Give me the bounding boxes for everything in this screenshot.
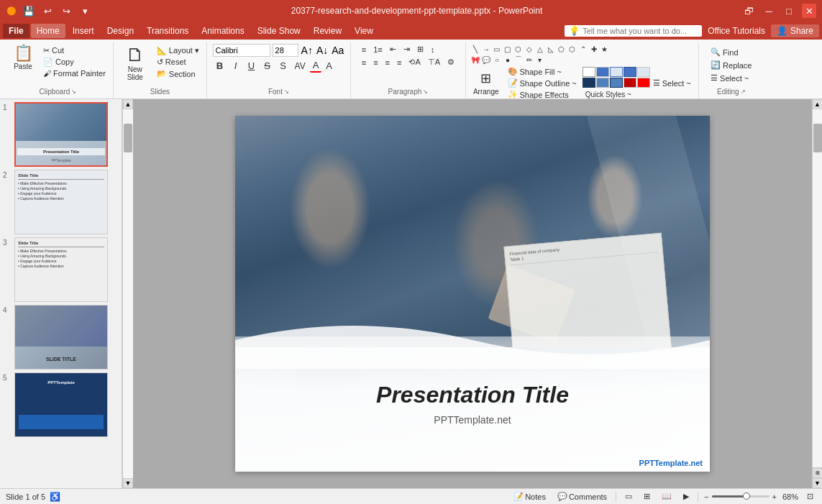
align-left-button[interactable]: ≡ — [359, 58, 369, 68]
decrease-font-button[interactable]: A↓ — [316, 44, 329, 57]
shape-arc[interactable]: ⌒ — [513, 55, 524, 65]
arrange-button[interactable]: ⊞ Arrange — [470, 69, 502, 97]
fit-slide-button[interactable]: ⊡ — [804, 491, 816, 502]
qs-4[interactable] — [624, 67, 636, 77]
new-slide-button[interactable]: 🗋 NewSlide — [118, 44, 152, 83]
section-button[interactable]: 📂 Section — [154, 68, 202, 79]
share-button[interactable]: 👤 Share — [771, 24, 819, 37]
slide-thumb-2[interactable]: 2 Slide Title • Make Effective Presentat… — [3, 170, 119, 234]
qs-7[interactable] — [596, 78, 609, 88]
zoom-bar[interactable] — [712, 495, 770, 498]
minimize-button[interactable]: ─ — [762, 4, 776, 18]
paste-button[interactable]: 📋 Paste — [7, 44, 39, 72]
right-scroll-up[interactable]: ▲ — [813, 99, 823, 109]
cut-button[interactable]: ✂ Cut — [40, 45, 109, 56]
paragraph-expand-icon[interactable]: ↘ — [423, 88, 428, 95]
transitions-menu[interactable]: Transitions — [141, 24, 194, 38]
editing-expand-icon[interactable]: ↗ — [741, 88, 746, 95]
animations-menu[interactable]: Animations — [196, 24, 250, 38]
bold-button[interactable]: B — [213, 60, 227, 72]
justify-button[interactable]: ≡ — [394, 58, 404, 68]
maximize-button[interactable]: □ — [782, 4, 796, 18]
smartart-button[interactable]: ⚙ — [444, 57, 457, 68]
columns-button[interactable]: ⊞ — [414, 44, 426, 55]
file-menu[interactable]: File — [3, 24, 29, 38]
scroll-down-button[interactable]: ▼ — [123, 478, 133, 488]
insert-menu[interactable]: Insert — [67, 24, 100, 38]
zoom-handle[interactable] — [743, 492, 750, 500]
shape-triangle[interactable]: △ — [535, 44, 545, 54]
clipboard-expand-icon[interactable]: ↘ — [71, 88, 76, 95]
shape-arrow[interactable]: → — [481, 44, 491, 54]
undo-button[interactable]: ↩ — [40, 4, 55, 18]
notes-button[interactable]: 📝 Notes — [511, 491, 549, 502]
slide-thumb-5[interactable]: 5 PPTTemplate — [3, 372, 119, 437]
shape-ribbon[interactable]: 🎀 — [470, 55, 480, 65]
design-menu[interactable]: Design — [101, 24, 140, 38]
shape-pentagon[interactable]: ⬠ — [557, 44, 567, 54]
shape-rrect[interactable]: ▢ — [503, 44, 513, 54]
slide-sorter-button[interactable]: ⊞ — [641, 491, 653, 502]
slide-thumb-3[interactable]: 3 Slide Title • Make Effective Presentat… — [3, 237, 119, 302]
align-right-button[interactable]: ≡ — [383, 58, 393, 68]
underline-button[interactable]: U — [245, 60, 259, 72]
slide-img-2[interactable]: Slide Title • Make Effective Presentatio… — [14, 170, 108, 234]
right-scroll-thumb[interactable] — [813, 124, 822, 152]
increase-font-button[interactable]: A↑ — [301, 44, 314, 57]
comments-button[interactable]: 💬 Comments — [554, 491, 610, 502]
save-button[interactable]: 💾 — [22, 4, 36, 18]
restore-window-button[interactable]: 🗗 — [741, 4, 756, 18]
qs-2[interactable] — [596, 67, 609, 77]
scroll-thumb[interactable] — [124, 124, 132, 152]
center-button[interactable]: ≡ — [370, 58, 380, 68]
shape-circle[interactable]: ● — [503, 55, 513, 65]
right-scroll-track[interactable] — [813, 109, 823, 467]
increase-indent-button[interactable]: ⇥ — [401, 44, 413, 55]
char-spacing-button[interactable]: AV — [292, 60, 309, 72]
shape-rect[interactable]: ▭ — [492, 44, 502, 54]
right-scroll-down[interactable]: ▼ — [813, 478, 823, 488]
shape-callout[interactable]: 💬 — [481, 55, 491, 65]
slideshow-button[interactable]: ▶ — [680, 491, 692, 502]
quick-styles-button[interactable]: Quick Styles ~ — [583, 90, 647, 99]
shape-outline-button[interactable]: 📝 Shape Outline ~ — [505, 78, 580, 88]
zoom-in-button[interactable]: + — [772, 492, 777, 501]
reset-button[interactable]: ↺ Reset — [154, 57, 202, 68]
zoom-out-button[interactable]: − — [704, 492, 708, 501]
close-button[interactable]: ✕ — [802, 4, 816, 18]
align-text-button[interactable]: ⊤A — [425, 57, 443, 68]
qs-10[interactable] — [637, 78, 650, 88]
qs-6[interactable] — [583, 78, 595, 88]
shape-snip[interactable]: ⬡ — [513, 44, 524, 54]
qs-9[interactable] — [624, 78, 636, 88]
shape-line[interactable]: ╲ — [470, 44, 480, 54]
reading-view-button[interactable]: 📖 — [659, 491, 675, 502]
shape-chevron[interactable]: ⌃ — [578, 44, 588, 54]
office-tutorials-link[interactable]: Office Tutorials — [708, 26, 765, 36]
qs-8[interactable] — [610, 78, 623, 88]
view-menu[interactable]: View — [349, 24, 379, 38]
shape-diamond[interactable]: ◇ — [524, 44, 534, 54]
scroll-track[interactable] — [123, 109, 133, 478]
qs-5[interactable] — [637, 67, 650, 77]
shape-effects-button[interactable]: ✨ Shape Effects — [505, 89, 580, 100]
font-size-input[interactable] — [273, 44, 298, 57]
zoom-slider[interactable]: − + — [704, 492, 777, 501]
decrease-indent-button[interactable]: ⇤ — [387, 44, 399, 55]
customize-qat-button[interactable]: ▾ — [78, 4, 92, 18]
qs-3[interactable] — [610, 67, 623, 77]
text-direction-button[interactable]: ⟲A — [406, 57, 423, 68]
text-shadow-button[interactable]: S — [276, 60, 291, 72]
slide-img-5[interactable]: PPTTemplate — [14, 372, 108, 437]
shape-freeform[interactable]: ✏ — [524, 55, 534, 65]
italic-button[interactable]: I — [229, 60, 243, 72]
scroll-up-button[interactable]: ▲ — [123, 99, 133, 109]
layout-button[interactable]: 📐 Layout ▾ — [154, 45, 202, 56]
shape-fill-button[interactable]: 🎨 Shape Fill ~ — [505, 66, 580, 77]
tell-me-input[interactable] — [583, 27, 698, 35]
clear-formatting-button[interactable]: Aa — [331, 44, 344, 57]
shape-oval[interactable]: ○ — [492, 55, 502, 65]
format-painter-button[interactable]: 🖌 Format Painter — [40, 68, 109, 78]
font-expand-icon[interactable]: ↘ — [284, 88, 289, 95]
normal-view-button[interactable]: ▭ — [622, 491, 635, 502]
